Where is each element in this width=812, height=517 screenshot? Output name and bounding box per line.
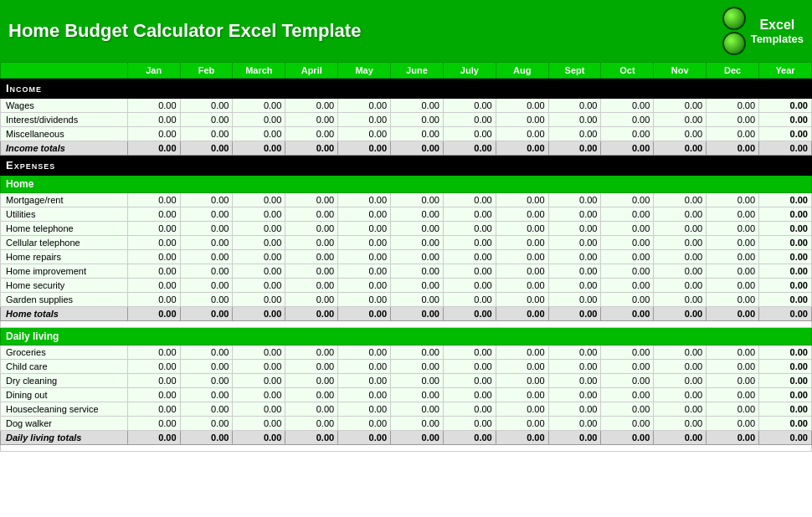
home-totals-label: Home totals [1,307,128,321]
income-total-nov: 0.00 [654,141,707,156]
col-march: March [233,63,285,79]
childcare-row: Child care 0.00 0.00 0.00 0.00 0.00 0.00… [1,360,812,374]
logo-text: Excel Templates [751,18,804,45]
logo-area: Excel Templates [722,7,804,55]
wages-may[interactable]: 0.00 [338,99,391,113]
miscellaneous-row: Miscellaneous 0.00 0.00 0.00 0.00 0.00 0… [1,127,812,141]
income-total-jun: 0.00 [391,141,444,156]
misc-jun[interactable]: 0.00 [391,127,444,141]
wages-row: Wages 0.00 0.00 0.00 0.00 0.00 0.00 0.00… [1,99,812,113]
wages-jun[interactable]: 0.00 [391,99,444,113]
interest-jul[interactable]: 0.00 [443,113,496,127]
income-section-header: Income [1,79,812,99]
interest-feb[interactable]: 0.00 [180,113,233,127]
mortgage-row: Mortgage/rent 0.00 0.00 0.00 0.00 0.00 0… [1,193,812,207]
home-telephone-label: Home telephone [1,222,128,236]
wages-sep[interactable]: 0.00 [548,99,601,113]
col-feb: Feb [180,63,233,79]
misc-sep[interactable]: 0.00 [548,127,601,141]
mortgage-label: Mortgage/rent [1,193,128,207]
garden-supplies-row: Garden supplies 0.00 0.00 0.00 0.00 0.00… [1,293,812,307]
interest-label: Interest/dividends [1,113,128,127]
childcare-label: Child care [1,360,128,374]
misc-aug[interactable]: 0.00 [496,127,548,141]
misc-jan[interactable]: 0.00 [127,127,180,141]
home-sub-header: Home [1,176,812,193]
wages-oct[interactable]: 0.00 [601,99,654,113]
page-title: Home Budget Calculator Excel Template [8,20,361,42]
col-aug: Aug [496,63,548,79]
col-sept: Sept [548,63,601,79]
housecleaning-row: Housecleaning service 0.00 0.00 0.00 0.0… [1,402,812,417]
wages-label: Wages [1,99,128,113]
income-total-aug: 0.00 [496,141,548,156]
misc-jul[interactable]: 0.00 [443,127,496,141]
misc-oct[interactable]: 0.00 [601,127,654,141]
col-may: May [338,63,391,79]
logo-circle-bottom [722,32,746,55]
logo-line2: Templates [751,33,804,45]
interest-dec[interactable]: 0.00 [707,113,759,127]
spacer-1 [1,321,812,328]
misc-label: Miscellaneous [1,127,128,141]
home-security-label: Home security [1,279,128,293]
income-totals-row: Income totals 0.00 0.00 0.00 0.00 0.00 0… [1,141,812,156]
cellular-telephone-row: Cellular telephone 0.00 0.00 0.00 0.00 0… [1,236,812,250]
interest-sep[interactable]: 0.00 [548,113,601,127]
logo-line1: Excel [759,18,794,33]
misc-feb[interactable]: 0.00 [180,127,233,141]
budget-table: Jan Feb March April May June July Aug Se… [0,62,812,452]
wages-apr[interactable]: 0.00 [285,99,338,113]
daily-living-subtitle: Daily living [1,328,812,346]
col-nov: Nov [654,63,707,79]
col-june: June [391,63,444,79]
wages-year: 0.00 [759,99,812,113]
income-total-jul: 0.00 [443,141,496,156]
wages-jan[interactable]: 0.00 [127,99,180,113]
header: Home Budget Calculator Excel Template Ex… [0,0,812,62]
interest-jan[interactable]: 0.00 [127,113,180,127]
income-total-dec: 0.00 [707,141,759,156]
income-total-feb: 0.00 [180,141,233,156]
dry-cleaning-row: Dry cleaning 0.00 0.00 0.00 0.00 0.00 0.… [1,374,812,388]
misc-may[interactable]: 0.00 [338,127,391,141]
wages-feb[interactable]: 0.00 [180,99,233,113]
housecleaning-label: Housecleaning service [1,402,128,417]
interest-year: 0.00 [759,113,812,127]
misc-dec[interactable]: 0.00 [707,127,759,141]
income-total-may: 0.00 [338,141,391,156]
expenses-section-header: Expenses [1,156,812,176]
home-improvement-label: Home improvement [1,264,128,279]
interest-mar[interactable]: 0.00 [233,113,285,127]
col-jan: Jan [127,63,180,79]
income-total-year: 0.00 [759,141,812,156]
misc-apr[interactable]: 0.00 [285,127,338,141]
interest-jun[interactable]: 0.00 [391,113,444,127]
home-security-row: Home security 0.00 0.00 0.00 0.00 0.00 0… [1,279,812,293]
wages-nov[interactable]: 0.00 [654,99,707,113]
wages-aug[interactable]: 0.00 [496,99,548,113]
dining-out-row: Dining out 0.00 0.00 0.00 0.00 0.00 0.00… [1,388,812,402]
home-repairs-row: Home repairs 0.00 0.00 0.00 0.00 0.00 0.… [1,250,812,264]
dining-out-label: Dining out [1,388,128,402]
income-totals-label: Income totals [1,141,128,156]
wages-mar[interactable]: 0.00 [233,99,285,113]
income-title: Income [1,79,812,99]
interest-apr[interactable]: 0.00 [285,113,338,127]
label-header [1,63,128,79]
col-july: July [443,63,496,79]
interest-oct[interactable]: 0.00 [601,113,654,127]
wages-dec[interactable]: 0.00 [707,99,759,113]
income-total-mar: 0.00 [233,141,285,156]
col-dec: Dec [707,63,759,79]
home-subtitle: Home [1,176,812,193]
misc-nov[interactable]: 0.00 [654,127,707,141]
interest-aug[interactable]: 0.00 [496,113,548,127]
logo-circle-top [722,7,746,30]
interest-row: Interest/dividends 0.00 0.00 0.00 0.00 0… [1,113,812,127]
interest-nov[interactable]: 0.00 [654,113,707,127]
wages-jul[interactable]: 0.00 [443,99,496,113]
misc-mar[interactable]: 0.00 [233,127,285,141]
interest-may[interactable]: 0.00 [338,113,391,127]
daily-living-totals-row: Daily living totals 0.00 0.00 0.00 0.00 … [1,431,812,445]
